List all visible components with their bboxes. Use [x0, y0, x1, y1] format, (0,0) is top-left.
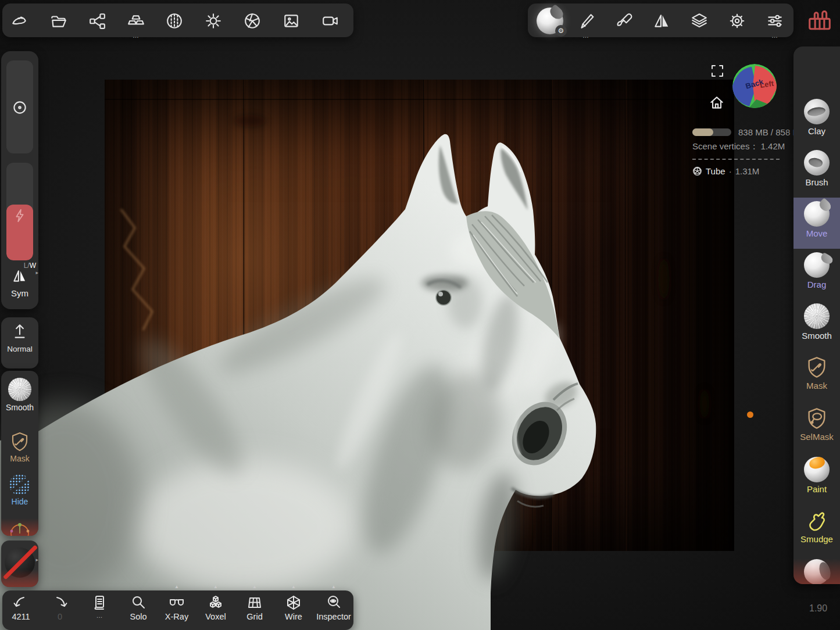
clay-sphere-icon: [804, 99, 830, 124]
tool-label: Drag: [793, 280, 840, 289]
wire-button[interactable]: ▲ Wire: [276, 590, 311, 630]
paint-sphere-icon: [804, 457, 830, 482]
undo-count: 4211: [3, 612, 38, 621]
more-indicator: …: [762, 32, 788, 39]
inspector-label: Inspector: [314, 612, 353, 621]
solo-button[interactable]: Solo: [121, 590, 156, 630]
tool-brush[interactable]: Brush: [793, 146, 840, 198]
bottom-toolbar: 4211 0 … Solo ▲ X-Ray ▲ Voxel: [2, 590, 353, 630]
tool-label: Move: [793, 228, 840, 238]
wood-seam: [625, 80, 627, 551]
smudge-finger-icon: [805, 509, 828, 532]
tool-paint[interactable]: Paint: [793, 453, 840, 504]
quick-tool-label: Mask: [1, 454, 38, 463]
orientation-gizmo[interactable]: Back Left: [732, 63, 777, 109]
falloff-selector-panel[interactable]: ▸: [1, 540, 38, 587]
smooth-sphere-icon: [804, 303, 830, 329]
brush-sphere-icon: [804, 150, 830, 176]
xray-button[interactable]: ▲ X-Ray: [159, 590, 194, 630]
tool-move-selected[interactable]: Move: [793, 198, 840, 249]
tool-planar[interactable]: Planar: [793, 556, 840, 584]
scene-vertices-text: Scene vertices： 1.42M: [692, 141, 785, 152]
mask-shield-icon: [10, 431, 30, 452]
quick-tool-gizmo-partial[interactable]: [1, 517, 38, 536]
viewport-background-image[interactable]: [105, 80, 734, 551]
move-sphere-icon: [804, 201, 830, 227]
quick-tool-hide[interactable]: Hide: [1, 474, 38, 506]
background-image-icon[interactable]: [278, 7, 304, 35]
camera-icon[interactable]: [317, 7, 343, 35]
gizmo-icon: [8, 517, 31, 536]
left-slider-panel: L/W ▸ Sym: [1, 51, 38, 309]
mask-shield-icon: [806, 356, 828, 379]
hide-dotted-icon: [9, 474, 30, 495]
stroke-mode-label: Normal: [1, 345, 38, 353]
stroke-pencil-icon[interactable]: …: [573, 7, 599, 35]
smooth-sphere-icon: [8, 378, 31, 401]
normal-arrow-icon: [11, 322, 28, 341]
lighting-icon[interactable]: [201, 7, 226, 35]
tool-drag[interactable]: Drag: [793, 249, 840, 300]
paint-brush-icon[interactable]: [611, 7, 637, 35]
inspector-button[interactable]: ▲ Inspector: [314, 590, 353, 630]
radius-slider[interactable]: [6, 60, 33, 153]
left-quick-tools-panel: Smooth Mask Hide: [1, 371, 38, 536]
drag-sphere-icon: [804, 252, 830, 278]
tool-selmask[interactable]: SelMask: [793, 402, 840, 453]
symmetry-button-icon[interactable]: [1, 267, 38, 287]
symmetry-mirror-icon[interactable]: [649, 7, 674, 35]
redo-button[interactable]: 0: [42, 590, 77, 630]
top-right-toolbar: ⚙ … …: [528, 3, 793, 37]
material-sphere-button[interactable]: ⚙: [535, 7, 565, 35]
material-sphere-icon: ⚙: [537, 8, 563, 34]
wire-sphere-icon: [692, 166, 702, 176]
tool-clay[interactable]: Clay: [793, 95, 840, 146]
scene-graph-icon[interactable]: [84, 7, 110, 35]
memory-bar-fill: [692, 128, 713, 136]
quick-tool-mask[interactable]: Mask: [1, 427, 38, 463]
history-notes-button[interactable]: …: [82, 590, 117, 630]
tool-label: Smooth: [793, 331, 840, 341]
more-indicator: …: [573, 32, 599, 39]
tool-label: Brush: [793, 177, 840, 187]
redo-count: 0: [42, 612, 77, 621]
tool-smudge[interactable]: Smudge: [793, 504, 840, 556]
open-file-icon[interactable]: [45, 7, 71, 35]
grid-label: Grid: [237, 612, 272, 621]
voxel-button[interactable]: ▲ Voxel: [198, 590, 233, 630]
more-indicator: …: [82, 612, 117, 619]
settings-gear-icon[interactable]: [724, 7, 750, 35]
undo-button[interactable]: 4211: [3, 590, 38, 630]
popup-caret-icon: ▲: [159, 584, 194, 589]
object-name: Tube: [706, 166, 725, 176]
fullscreen-icon[interactable]: [709, 63, 725, 81]
popup-caret-icon: ▲: [314, 584, 353, 589]
wood-seam: [105, 99, 734, 100]
intensity-slider[interactable]: [6, 163, 33, 260]
xray-label: X-Ray: [159, 612, 194, 621]
debug-toolbox-icon[interactable]: [807, 7, 834, 34]
app-screen: … ⚙ …: [0, 0, 840, 630]
app-logo-icon[interactable]: [6, 7, 32, 35]
matcap-material-icon[interactable]: [162, 7, 187, 35]
object-vertex-count: 1.31M: [735, 166, 760, 176]
tool-label: Paint: [793, 484, 840, 494]
tool-smooth[interactable]: Smooth: [793, 300, 840, 351]
layers-icon[interactable]: [687, 7, 712, 35]
object-row[interactable]: Tube · 1.31M: [692, 166, 759, 176]
tool-label: Smudge: [793, 534, 840, 544]
tool-label: Clay: [793, 126, 840, 136]
tool-mask[interactable]: Mask: [793, 351, 840, 402]
interface-sliders-icon[interactable]: …: [762, 7, 788, 35]
stroke-mode-panel[interactable]: Normal: [1, 317, 38, 368]
quick-tool-smooth[interactable]: Smooth: [1, 378, 38, 412]
grid-button[interactable]: ▲ Grid: [237, 590, 272, 630]
home-view-icon[interactable]: [708, 94, 725, 114]
snapshot-accent-dot[interactable]: [747, 411, 753, 418]
scene-stats: 838 MB / 858 MB Scene vertices： 1.42M Tu…: [692, 126, 793, 181]
more-indicator: …: [123, 32, 149, 39]
material-gear-badge-icon[interactable]: ⚙: [555, 25, 567, 37]
primitives-icon[interactable]: …: [123, 7, 149, 35]
no-falloff-icon: [5, 547, 35, 578]
postprocess-icon[interactable]: [240, 7, 265, 35]
